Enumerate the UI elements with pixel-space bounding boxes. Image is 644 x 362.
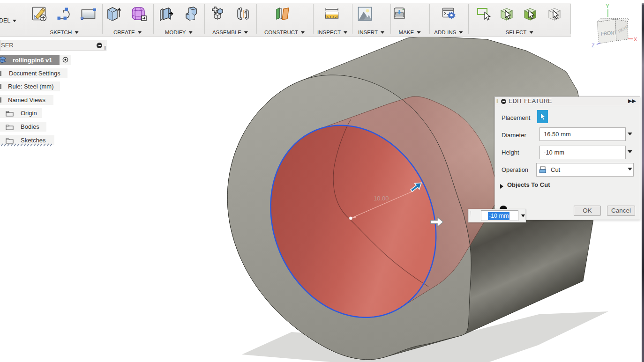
svg-text:10.00: 10.00: [374, 195, 389, 202]
svg-text:Z: Z: [592, 43, 595, 48]
svg-text:Y: Y: [606, 3, 610, 9]
svg-text:X: X: [634, 37, 637, 42]
